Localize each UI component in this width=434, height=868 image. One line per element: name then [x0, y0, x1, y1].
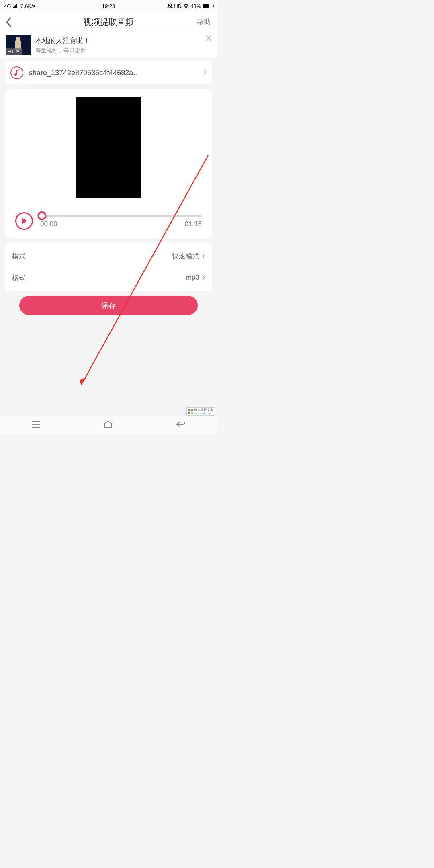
- nav-home-button[interactable]: [103, 420, 113, 430]
- status-bar: 4G 0.6K/s 19:23 HD 48%: [0, 0, 217, 12]
- format-label: 格式: [12, 273, 26, 283]
- progress-slider[interactable]: [40, 215, 202, 217]
- network-type: 4G: [4, 3, 11, 9]
- format-value: mp3: [186, 274, 199, 282]
- network-speed: 0.6K/s: [20, 3, 35, 9]
- mode-value: 快速模式: [172, 252, 199, 261]
- ad-close-button[interactable]: [205, 35, 212, 43]
- ad-tag: 广告: [6, 48, 22, 55]
- hd-indicator: HD: [174, 3, 182, 9]
- system-nav-bar: [0, 416, 217, 434]
- ad-subtitle: 海量视频，每日更新: [35, 47, 90, 54]
- back-button[interactable]: [6, 17, 12, 27]
- signal-icon: [13, 4, 18, 8]
- progress-thumb[interactable]: [37, 211, 46, 220]
- total-time: 01:15: [184, 220, 202, 228]
- format-row[interactable]: 格式 mp3: [5, 267, 212, 289]
- battery-percent: 48%: [190, 3, 201, 9]
- app-header: 视频提取音频 帮助: [0, 12, 217, 32]
- mode-label: 模式: [12, 252, 26, 261]
- current-time: 00:00: [40, 220, 57, 228]
- battery-icon: [202, 4, 213, 8]
- nav-back-button[interactable]: [176, 421, 186, 430]
- page-title: 视频提取音频: [83, 16, 134, 28]
- settings-card: 模式 快速模式 格式 mp3: [5, 243, 212, 291]
- player-card: 00:00 01:15: [5, 89, 212, 238]
- svg-marker-1: [80, 377, 86, 385]
- ad-banner[interactable]: 广告 本地的人注意啦！ 海量视频，每日更新: [0, 32, 217, 58]
- file-row[interactable]: share_13742e870535c4f44682a…: [5, 61, 212, 84]
- help-button[interactable]: 帮助: [197, 17, 211, 27]
- music-icon: [10, 66, 23, 79]
- play-button[interactable]: [15, 212, 33, 230]
- nav-menu-button[interactable]: [31, 421, 41, 430]
- save-button[interactable]: 保存: [19, 296, 198, 315]
- ad-thumbnail: 广告: [6, 35, 31, 55]
- mode-row[interactable]: 模式 快速模式: [5, 245, 212, 267]
- file-name: share_13742e870535c4f44682a…: [29, 69, 199, 77]
- chevron-right-icon: [202, 253, 205, 259]
- clock: 19:23: [102, 3, 115, 9]
- mute-icon: [167, 3, 173, 9]
- watermark: 纯净系统之家 www.ycwjly.com: [186, 407, 215, 416]
- video-preview[interactable]: [76, 97, 141, 198]
- ad-title: 本地的人注意啦！: [35, 36, 90, 45]
- chevron-right-icon: [202, 275, 205, 280]
- chevron-right-icon: [203, 69, 207, 77]
- wifi-icon: [183, 4, 189, 8]
